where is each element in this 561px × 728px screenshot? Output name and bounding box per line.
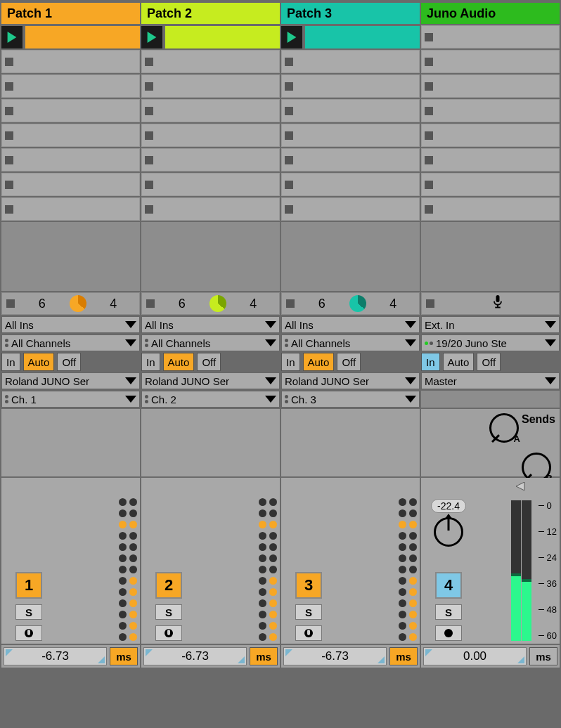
clip-slot[interactable]	[141, 173, 280, 196]
preview-knob-icon[interactable]	[209, 295, 226, 312]
clip-slot[interactable]	[281, 50, 420, 73]
stop-all-icon[interactable]	[426, 299, 434, 308]
clip-slot[interactable]	[421, 50, 560, 73]
monitor-off-button[interactable]: Off	[197, 353, 221, 371]
clip-slot-active[interactable]	[281, 25, 420, 48]
delay-unit-button[interactable]: ms	[529, 647, 557, 665]
clip-slot[interactable]	[421, 25, 560, 48]
delay-value[interactable]: 0.00	[423, 647, 527, 665]
clip-slot[interactable]	[141, 197, 280, 221]
clip-slot[interactable]	[141, 148, 280, 171]
track-activator-button[interactable]: 3	[295, 572, 322, 599]
track-header[interactable]: Patch 3	[281, 3, 420, 24]
stop-all-icon[interactable]	[286, 299, 295, 308]
clip-slot[interactable]	[1, 99, 140, 122]
track-activator-button[interactable]: 2	[155, 572, 182, 599]
io-dropdown[interactable]: All Channels	[281, 334, 420, 351]
io-dropdown[interactable]: 19/20 Juno Ste	[421, 334, 560, 351]
clip-slot[interactable]	[141, 74, 280, 98]
delay-unit-button[interactable]: ms	[389, 647, 418, 665]
clip-slot[interactable]	[141, 124, 280, 147]
io-dropdown[interactable]: Roland JUNO Ser	[1, 372, 140, 389]
track-header[interactable]: Patch 2	[141, 3, 280, 24]
clip-slot[interactable]	[1, 197, 140, 221]
clip-slot[interactable]	[281, 197, 420, 221]
clip-slot[interactable]	[421, 148, 560, 171]
io-dropdown[interactable]: All Ins	[1, 316, 140, 333]
clip-slot[interactable]	[1, 173, 140, 196]
clip-slot[interactable]	[281, 148, 420, 171]
arm-button[interactable]	[155, 625, 182, 641]
clip-slot[interactable]	[141, 50, 280, 73]
clip-slot[interactable]	[1, 50, 140, 73]
monitor-in-button[interactable]: In	[1, 353, 20, 371]
pan-knob[interactable]	[434, 517, 463, 547]
volume-fader[interactable]	[516, 481, 526, 493]
monitor-off-button[interactable]: Off	[477, 353, 501, 371]
stop-all-icon[interactable]	[6, 299, 15, 308]
io-dropdown[interactable]: Ch. 1	[1, 391, 140, 408]
solo-button[interactable]: S	[155, 604, 182, 620]
solo-button[interactable]: S	[15, 604, 42, 620]
midi-meter	[399, 498, 417, 641]
clip-slot[interactable]	[281, 124, 420, 147]
clip-slot[interactable]	[281, 173, 420, 196]
clip-slot[interactable]	[1, 74, 140, 98]
clip-slot[interactable]	[1, 124, 140, 147]
monitor-in-button[interactable]: In	[281, 353, 300, 371]
io-dropdown[interactable]: Master	[421, 372, 560, 389]
io-dropdown[interactable]: Ext. In	[421, 316, 560, 333]
io-dropdown[interactable]: All Ins	[281, 316, 420, 333]
delay-value[interactable]: -6.73	[283, 647, 387, 665]
play-button[interactable]	[1, 26, 22, 48]
solo-button[interactable]: S	[295, 604, 322, 620]
clip-slot[interactable]	[421, 124, 560, 147]
dropdown-arrow-icon	[405, 321, 416, 328]
dropdown-arrow-icon	[405, 377, 416, 384]
arm-button[interactable]	[295, 625, 322, 641]
delay-value[interactable]: -6.73	[4, 647, 107, 665]
track-activator-button[interactable]: 4	[435, 572, 462, 599]
io-dropdown[interactable]: Ch. 2	[141, 391, 280, 408]
preview-knob-icon[interactable]	[70, 295, 86, 312]
clip-slot-active[interactable]	[141, 25, 280, 48]
monitor-in-button[interactable]: In	[141, 353, 160, 371]
io-dropdown[interactable]: All Channels	[1, 334, 140, 351]
arm-button[interactable]	[15, 625, 42, 641]
io-dropdown[interactable]: Ch. 3	[281, 391, 420, 408]
monitor-in-button[interactable]: In	[421, 353, 440, 371]
clip-slot[interactable]	[141, 99, 280, 122]
solo-button[interactable]: S	[435, 604, 462, 620]
io-dropdown[interactable]: All Channels	[141, 334, 280, 351]
monitor-auto-button[interactable]: Auto	[23, 353, 55, 371]
arm-button[interactable]	[435, 625, 462, 641]
io-dropdown[interactable]: Roland JUNO Ser	[141, 372, 280, 389]
clip-slot[interactable]	[281, 74, 420, 98]
clip-slot[interactable]	[421, 99, 560, 122]
clip-slot[interactable]	[1, 148, 140, 171]
delay-unit-button[interactable]: ms	[110, 647, 138, 665]
play-button[interactable]	[141, 26, 162, 48]
monitor-auto-button[interactable]: Auto	[163, 353, 195, 371]
clip-slot[interactable]	[421, 197, 560, 221]
io-dropdown[interactable]: Roland JUNO Ser	[281, 372, 420, 389]
preview-knob-icon[interactable]	[349, 295, 366, 312]
clip-slot[interactable]	[421, 74, 560, 98]
clip-slot[interactable]	[421, 173, 560, 196]
delay-value[interactable]: -6.73	[143, 647, 247, 665]
peak-readout[interactable]: -22.4	[431, 499, 466, 513]
monitor-off-button[interactable]: Off	[337, 353, 361, 371]
monitor-off-button[interactable]: Off	[57, 353, 81, 371]
play-button[interactable]	[281, 26, 302, 48]
value-right: 4	[92, 297, 136, 311]
clip-slot-active[interactable]	[1, 25, 140, 48]
io-dropdown[interactable]: All Ins	[141, 316, 280, 333]
monitor-auto-button[interactable]: Auto	[443, 353, 475, 371]
monitor-auto-button[interactable]: Auto	[303, 353, 335, 371]
track-activator-button[interactable]: 1	[15, 572, 42, 599]
stop-all-icon[interactable]	[146, 299, 155, 308]
clip-slot[interactable]	[281, 99, 420, 122]
track-header[interactable]: Juno Audio	[421, 3, 560, 24]
track-header[interactable]: Patch 1	[1, 3, 140, 24]
delay-unit-button[interactable]: ms	[250, 647, 278, 665]
